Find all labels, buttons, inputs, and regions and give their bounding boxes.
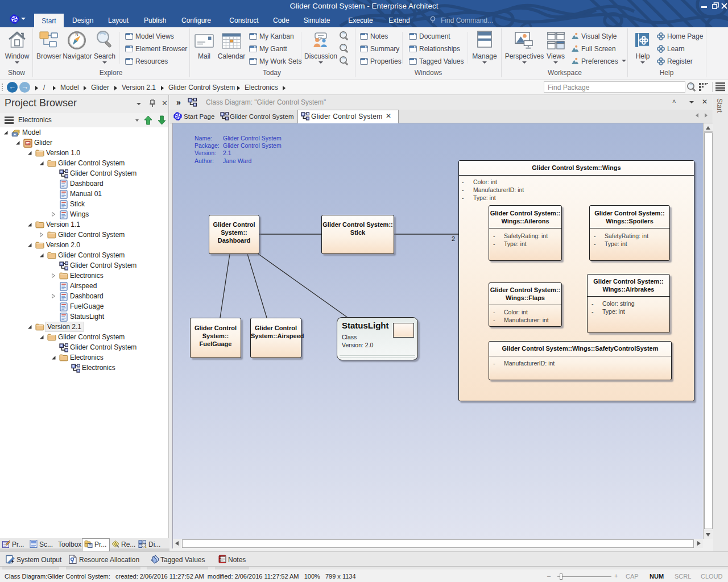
svg-text:2: 2 [452,235,455,242]
